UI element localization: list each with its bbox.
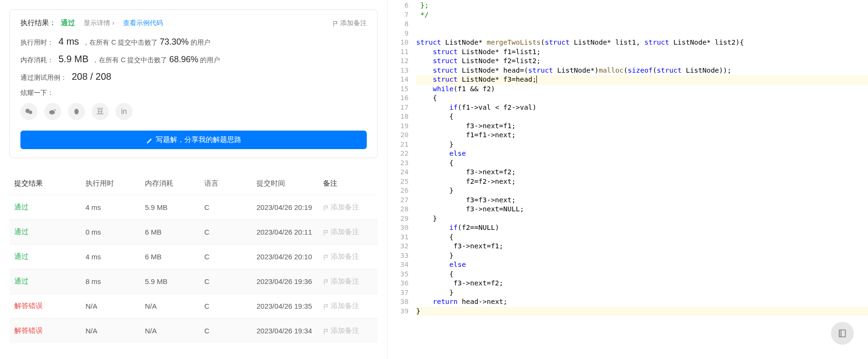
submission-result[interactable]: 通过 xyxy=(14,252,29,260)
code-line[interactable]: else xyxy=(416,260,868,270)
code-line[interactable]: struct ListNode* f1=list1; xyxy=(416,47,868,57)
submission-time: N/A xyxy=(86,327,145,335)
table-row[interactable]: 通过8 ms5.9 MBC2023/04/26 19:36添加备注 xyxy=(10,269,378,293)
qq-icon[interactable] xyxy=(68,103,85,120)
svg-point-1 xyxy=(29,111,32,114)
add-note-link[interactable]: 添加备注 xyxy=(323,227,373,236)
code-line[interactable]: struct ListNode* f3=head; xyxy=(416,75,868,85)
share-label: 炫耀一下： xyxy=(20,89,367,97)
add-note-link[interactable]: 添加备注 xyxy=(323,252,373,261)
table-row[interactable]: 解答错误N/AN/AC2023/04/26 19:34添加备注 xyxy=(10,318,378,343)
svg-rect-4 xyxy=(839,330,846,337)
table-row[interactable]: 通过4 ms6 MBC2023/04/26 20:10添加备注 xyxy=(10,244,378,269)
submission-result[interactable]: 通过 xyxy=(14,203,29,211)
write-solution-button[interactable]: 写题解，分享我的解题思路 xyxy=(20,131,367,149)
notebook-float-button[interactable] xyxy=(831,322,854,345)
submission-lang: C xyxy=(204,203,257,211)
submission-result[interactable]: 解答错误 xyxy=(14,326,43,334)
code-line[interactable]: f3->next=f1; xyxy=(416,122,868,131)
runtime-percent: 73.30% xyxy=(160,37,189,47)
code-line[interactable]: { xyxy=(416,94,868,103)
submission-date: 2023/04/26 20:19 xyxy=(257,203,323,211)
code-line[interactable]: f3->next=f2; xyxy=(416,168,868,177)
code-line[interactable]: f2=f2->next; xyxy=(416,177,868,187)
table-row[interactable]: 解答错误N/AN/AC2023/04/26 19:35添加备注 xyxy=(10,293,378,318)
runtime-row: 执行用时： 4 ms ，在所有 C 提交中击败了 73.30% 的用户 xyxy=(20,36,367,47)
code-line[interactable]: { xyxy=(416,112,868,122)
flag-icon xyxy=(333,19,338,27)
code-line[interactable]: while(f1 && f2) xyxy=(416,85,868,94)
pencil-icon xyxy=(146,136,153,144)
submission-date: 2023/04/26 20:11 xyxy=(257,228,323,236)
table-row[interactable]: 通过0 ms6 MBC2023/04/26 20:11添加备注 xyxy=(10,219,378,244)
share-icons: 豆 in xyxy=(20,103,367,120)
code-line[interactable]: } xyxy=(416,186,868,196)
flag-icon xyxy=(323,253,329,261)
submission-date: 2023/04/26 19:36 xyxy=(257,277,323,285)
add-note-button[interactable]: 添加备注 xyxy=(333,19,367,28)
flag-icon xyxy=(323,302,329,310)
table-header: 提交结果 执行用时 内存消耗 语言 提交时间 备注 xyxy=(10,172,378,195)
code-line[interactable]: if(f2==NULL) xyxy=(416,223,868,233)
show-detail-link[interactable]: 显示详情 › xyxy=(84,19,114,28)
code-line[interactable]: } xyxy=(416,140,868,150)
code-line[interactable]: */ xyxy=(416,10,868,20)
result-header: 执行结果： 通过 显示详情 › 查看示例代码 添加备注 xyxy=(20,19,367,28)
add-note-link[interactable]: 添加备注 xyxy=(323,277,373,286)
submission-result[interactable]: 解答错误 xyxy=(14,302,43,310)
submission-time: 4 ms xyxy=(86,203,145,211)
code-line[interactable]: } xyxy=(416,288,868,298)
code-line[interactable]: } xyxy=(416,251,868,261)
memory-row: 内存消耗： 5.9 MB ，在所有 C 提交中击败了 68.96% 的用户 xyxy=(20,54,367,65)
memory-percent: 68.96% xyxy=(169,55,198,65)
code-line[interactable]: f1=f1->next; xyxy=(416,131,868,140)
submission-memory: N/A xyxy=(145,327,204,335)
add-note-link[interactable]: 添加备注 xyxy=(323,326,373,335)
code-line[interactable]: if(f1->val < f2->val) xyxy=(416,103,868,113)
header-result: 提交结果 xyxy=(14,179,86,188)
code-editor[interactable]: 6789101112131415161718192021222324252627… xyxy=(387,0,868,359)
flag-icon xyxy=(323,277,329,285)
status-badge: 通过 xyxy=(61,19,75,28)
code-line[interactable]: }; xyxy=(416,1,868,10)
code-line[interactable]: } xyxy=(416,307,868,316)
code-line[interactable]: f3->next=NULL; xyxy=(416,205,868,214)
code-area[interactable]: }; */ struct ListNode* mergeTwoLists(str… xyxy=(416,1,868,359)
douban-icon[interactable]: 豆 xyxy=(92,103,109,120)
code-line[interactable]: } xyxy=(416,214,868,224)
result-header-label: 执行结果： xyxy=(20,19,56,28)
submission-memory: 5.9 MB xyxy=(145,277,204,285)
header-lang: 语言 xyxy=(204,179,257,188)
wechat-icon[interactable] xyxy=(20,103,38,120)
code-line[interactable]: struct ListNode* mergeTwoLists(struct Li… xyxy=(416,38,868,47)
code-line[interactable]: { xyxy=(416,233,868,242)
submission-lang: C xyxy=(204,277,257,285)
submission-lang: C xyxy=(204,228,257,236)
submission-memory: 5.9 MB xyxy=(145,203,204,211)
code-line[interactable]: struct ListNode* head=(struct ListNode*)… xyxy=(416,66,868,76)
code-line[interactable]: return head->next; xyxy=(416,297,868,307)
code-line[interactable]: struct ListNode* f2=list2; xyxy=(416,57,868,66)
code-line[interactable]: { xyxy=(416,159,868,168)
submission-result[interactable]: 通过 xyxy=(14,227,29,236)
code-line[interactable]: f3=f3->next; xyxy=(416,196,868,205)
submissions-table: 提交结果 执行用时 内存消耗 语言 提交时间 备注 通过4 ms5.9 MBC2… xyxy=(10,172,378,343)
submission-result[interactable]: 通过 xyxy=(14,277,29,285)
code-line[interactable]: f3->next=f2; xyxy=(416,279,868,288)
submission-memory: 6 MB xyxy=(145,228,204,236)
table-row[interactable]: 通过4 ms5.9 MBC2023/04/26 20:19添加备注 xyxy=(10,195,378,219)
weibo-icon[interactable] xyxy=(44,103,61,120)
example-code-link[interactable]: 查看示例代码 xyxy=(123,19,163,28)
add-note-link[interactable]: 添加备注 xyxy=(323,203,373,212)
result-card: 执行结果： 通过 显示详情 › 查看示例代码 添加备注 执行用时： 4 ms ，… xyxy=(10,9,378,158)
submission-memory: N/A xyxy=(145,302,204,310)
linkedin-icon[interactable]: in xyxy=(115,103,133,120)
code-line[interactable] xyxy=(416,29,868,38)
add-note-link[interactable]: 添加备注 xyxy=(323,302,373,311)
code-line[interactable]: f3->next=f1; xyxy=(416,242,868,251)
code-line[interactable]: { xyxy=(416,270,868,279)
submission-time: 8 ms xyxy=(86,277,145,285)
code-line[interactable] xyxy=(416,19,868,29)
code-line[interactable]: else xyxy=(416,149,868,159)
header-date: 提交时间 xyxy=(257,179,323,188)
